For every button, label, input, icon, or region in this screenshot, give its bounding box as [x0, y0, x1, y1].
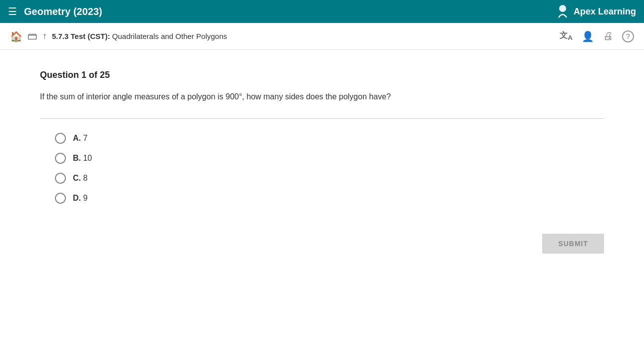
- svg-point-0: [559, 5, 566, 12]
- breadcrumb-arrow-icon: ↑: [42, 31, 47, 41]
- option-d[interactable]: D. 9: [55, 193, 604, 204]
- option-a-label: A. 7: [73, 134, 87, 143]
- breadcrumb-label: Test (CST):: [71, 32, 110, 40]
- submit-row: SUBMIT: [40, 234, 604, 254]
- divider: [40, 118, 604, 119]
- course-title: Geometry (2023): [24, 6, 102, 17]
- avatar-icon[interactable]: 👤: [582, 30, 594, 42]
- breadcrumb-section: 5.7.3: [52, 32, 68, 40]
- main-content: Question 1 of 25 If the sum of interior …: [0, 50, 644, 342]
- apex-logo: Apex Learning: [555, 3, 636, 19]
- option-b-label: B. 10: [73, 154, 92, 163]
- top-bar-left: ☰ Geometry (2023): [8, 5, 102, 17]
- question-header: Question 1 of 25: [40, 70, 604, 80]
- option-b[interactable]: B. 10: [55, 153, 604, 164]
- secondary-nav-left: 🏠 🗃 ↑ 5.7.3 Test (CST): Quadrilaterals a…: [10, 30, 227, 42]
- secondary-nav-right: 文A 👤 🖨 ?: [560, 30, 634, 42]
- radio-a[interactable]: [55, 133, 66, 144]
- question-text: If the sum of interior angle measures of…: [40, 90, 604, 103]
- option-c[interactable]: C. 8: [55, 173, 604, 184]
- option-a[interactable]: A. 7: [55, 133, 604, 144]
- help-icon[interactable]: ?: [622, 30, 634, 42]
- radio-d[interactable]: [55, 193, 66, 204]
- home-icon[interactable]: 🏠: [10, 30, 22, 42]
- secondary-nav: 🏠 🗃 ↑ 5.7.3 Test (CST): Quadrilaterals a…: [0, 23, 644, 50]
- breadcrumb-subtitle: Quadrilaterals and Other Polygons: [112, 32, 227, 40]
- print-icon[interactable]: 🖨: [603, 30, 613, 42]
- breadcrumb: 5.7.3 Test (CST): Quadrilaterals and Oth…: [52, 32, 227, 40]
- answer-options: A. 7 B. 10 C. 8 D. 9: [55, 133, 604, 204]
- option-d-label: D. 9: [73, 194, 87, 203]
- apex-logo-text: Apex Learning: [574, 6, 636, 17]
- top-bar: ☰ Geometry (2023) Apex Learning: [0, 0, 644, 23]
- translate-icon[interactable]: 文A: [560, 30, 573, 41]
- apex-logo-icon: [555, 3, 571, 19]
- radio-b[interactable]: [55, 153, 66, 164]
- option-c-label: C. 8: [73, 174, 87, 183]
- briefcase-icon[interactable]: 🗃: [27, 30, 37, 42]
- radio-c[interactable]: [55, 173, 66, 184]
- submit-button[interactable]: SUBMIT: [542, 234, 604, 254]
- menu-icon[interactable]: ☰: [8, 5, 17, 17]
